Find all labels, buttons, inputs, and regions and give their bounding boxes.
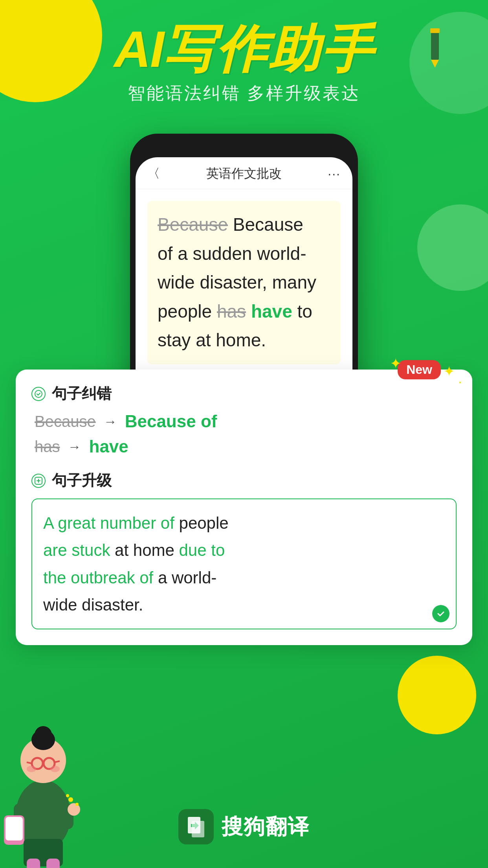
arrow-icon-1: →: [104, 414, 117, 429]
sparkle-icon-3: ·: [458, 373, 462, 390]
corrected-have: have: [251, 301, 292, 322]
section1-header: 句子纠错: [31, 384, 457, 404]
correction-lines: Because → Because of has → have: [31, 412, 457, 456]
text-people: people: [158, 301, 217, 322]
upgrade-text-green-2: are stuck: [43, 541, 115, 559]
sparkle-icon-2: ✦: [390, 355, 402, 372]
section2-header: 句子升级: [31, 471, 457, 491]
upgrade-text-green-4: the outbreak of: [43, 568, 158, 587]
upgrade-text-green-3: due to: [179, 541, 225, 559]
subtitle: 智能语法纠错 多样升级表达: [0, 82, 488, 105]
text-to: to: [297, 301, 312, 322]
text-stay: stay at home.: [158, 330, 266, 350]
app-icon: [178, 809, 214, 844]
svg-rect-20: [27, 859, 40, 868]
upgrade-icon: [31, 474, 46, 488]
new-badge: New: [398, 360, 441, 379]
correction-line-1: Because → Because of: [35, 412, 457, 431]
svg-rect-21: [46, 859, 60, 868]
upgrade-text-black-3: a world-: [158, 568, 216, 587]
svg-rect-2: [430, 28, 440, 33]
upgrade-text-black-4: wide disaster.: [43, 596, 143, 614]
error-correct-icon: [31, 387, 46, 401]
essay-text-block: Because Because of a sudden world- wide …: [147, 201, 341, 364]
header: AI 写作助手 智能语法纠错 多样升级表达: [0, 24, 488, 105]
nav-back-button[interactable]: 〈: [147, 165, 160, 182]
deco-circle-yellow-br: [398, 656, 476, 734]
title-row: AI 写作助手: [0, 24, 488, 75]
text-wide: wide disaster, many: [158, 272, 316, 292]
upgrade-text-black-2: at home: [115, 541, 179, 559]
pencil-icon: [425, 28, 445, 72]
app-name-label: 搜狗翻译: [222, 813, 310, 841]
section1-label: 句子纠错: [52, 384, 112, 404]
svg-point-28: [66, 794, 69, 797]
arrow-icon-2: →: [68, 439, 81, 454]
svg-point-6: [35, 726, 52, 743]
svg-rect-33: [192, 821, 204, 837]
phone-notch: [213, 139, 275, 153]
corr-old-because: Because: [35, 413, 96, 430]
svg-point-26: [68, 797, 73, 802]
svg-marker-1: [431, 60, 439, 68]
title-ai: AI: [114, 24, 163, 75]
section2-label: 句子升级: [52, 471, 112, 491]
strike-has: has: [217, 301, 246, 322]
svg-point-27: [75, 803, 79, 806]
check-icon: [432, 605, 449, 622]
upgrade-section: 句子升级 A great number of people are stuck …: [31, 471, 457, 629]
nav-more-button[interactable]: ···: [328, 167, 341, 181]
correction-card: New ✦ ✦ · 句子纠错 Because → Because of has …: [16, 370, 472, 645]
corr-new-have: have: [89, 437, 128, 456]
corr-old-has: has: [35, 438, 60, 456]
title-main: 写作助手: [163, 24, 374, 75]
phone-nav: 〈 英语作文批改 ···: [136, 157, 352, 189]
correction-line-2: has → have: [35, 437, 457, 456]
footer: 搜狗翻译: [0, 809, 488, 844]
upgrade-text-green-1: A great number of: [43, 514, 179, 532]
svg-point-13: [50, 766, 60, 772]
svg-point-29: [35, 390, 42, 397]
svg-point-12: [27, 766, 36, 772]
corrected-because: Because: [233, 214, 303, 235]
strike-because: Because: [158, 214, 228, 235]
nav-title-label: 英语作文批改: [206, 165, 282, 182]
upgrade-text-black-1: people: [179, 514, 229, 532]
corr-new-because: Because of: [125, 412, 217, 431]
text-of: of a sudden world-: [158, 243, 306, 264]
phone-content: Because Because of a sudden world- wide …: [136, 189, 352, 372]
sparkle-icon-1: ✦: [443, 363, 455, 380]
upgrade-box: A great number of people are stuck at ho…: [31, 498, 457, 629]
